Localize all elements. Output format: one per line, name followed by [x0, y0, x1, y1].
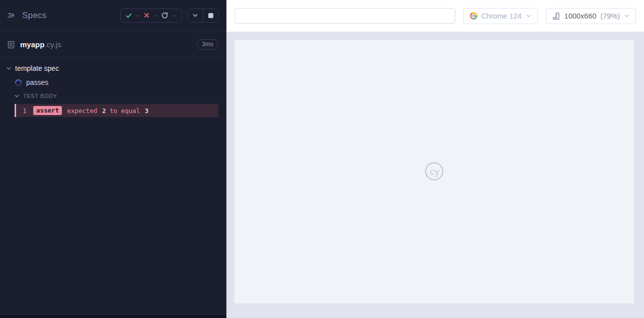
chevron-down-icon — [624, 13, 629, 19]
specs-header: Specs -- -- — [0, 0, 226, 31]
svg-text:c: c — [430, 166, 435, 177]
aut-viewport: c y — [234, 40, 634, 303]
viewport-zoom: (79%) — [600, 12, 620, 20]
command-message: expected 2 to equal 3 — [67, 107, 148, 115]
stop-button[interactable] — [203, 9, 218, 22]
spec-file-basename: myapp — [20, 40, 44, 49]
chevron-down-icon — [192, 13, 198, 19]
message-word: expected — [67, 107, 97, 115]
sidebar-bottom-edge — [0, 315, 226, 318]
specs-title: Specs — [22, 11, 46, 21]
failed-x-icon — [144, 13, 149, 18]
test-stats: -- -- -- — [120, 9, 182, 23]
chevron-down-icon — [526, 13, 531, 19]
command-name-badge: assert — [33, 106, 62, 115]
run-controls — [187, 9, 218, 23]
suite-title: template spec — [15, 64, 59, 72]
message-value: 3 — [145, 107, 149, 115]
suite-row[interactable]: template spec — [0, 61, 226, 75]
message-word: to equal — [110, 107, 140, 115]
browser-selector[interactable]: Chrome 124 — [463, 8, 538, 24]
test-body-section-row[interactable]: TEST BODY — [0, 89, 226, 102]
cypress-app: Specs -- -- — [0, 0, 644, 318]
viewport-size: 1000x660 — [565, 12, 597, 20]
spec-file-row[interactable]: myapp.cy.js 3ms — [0, 31, 226, 58]
document-icon — [7, 41, 15, 49]
aut-topbar: Chrome 124 1000x660 (79%) — [226, 0, 644, 32]
test-running-spinner-icon — [14, 78, 23, 87]
command-number: 1 — [16, 107, 33, 115]
spec-file-extension: .cy.js — [44, 40, 61, 49]
message-value: 2 — [102, 107, 106, 115]
browser-label: Chrome 124 — [481, 12, 522, 20]
test-title: passes — [26, 78, 48, 86]
chevron-down-icon — [14, 93, 20, 99]
svg-text:y: y — [435, 166, 440, 177]
test-row[interactable]: passes — [0, 75, 226, 89]
passed-count: -- — [135, 12, 140, 19]
passed-check-icon — [126, 13, 132, 19]
specs-list-toggle-icon[interactable] — [7, 11, 16, 20]
collapse-all-button[interactable] — [188, 9, 203, 22]
chrome-icon — [470, 12, 477, 20]
chevron-down-icon — [6, 66, 12, 71]
spec-file-name: myapp.cy.js — [20, 40, 61, 49]
pending-refresh-icon — [162, 12, 168, 19]
failed-count: -- — [153, 12, 158, 19]
ruler-icon — [552, 12, 560, 20]
stop-icon — [208, 13, 213, 18]
test-tree: template spec passes TEST BODY 1 assert … — [0, 58, 226, 117]
viewport-selector[interactable]: 1000x660 (79%) — [546, 8, 636, 24]
url-input[interactable] — [234, 8, 455, 24]
duration-badge: 3ms — [197, 39, 218, 50]
aut-panel: Chrome 124 1000x660 (79%) — [226, 0, 644, 318]
reporter-sidebar: Specs -- -- — [0, 0, 226, 318]
cypress-logo-watermark: c y — [423, 161, 445, 183]
aut-content-area: c y — [226, 32, 644, 318]
section-title: TEST BODY — [23, 93, 57, 99]
command-log-entry[interactable]: 1 assert expected 2 to equal 3 — [15, 104, 218, 117]
pending-count: -- — [172, 12, 177, 19]
